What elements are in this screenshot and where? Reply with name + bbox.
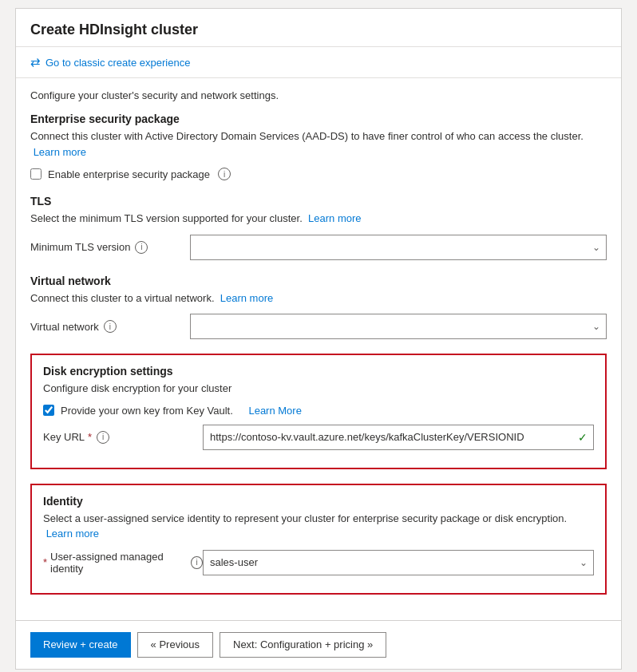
disk-encryption-description: Configure disk encryption for your clust…: [43, 381, 594, 397]
key-url-info-icon[interactable]: i: [97, 431, 109, 444]
key-url-input-wrapper: ✓: [203, 425, 594, 450]
enterprise-security-checkbox-row: Enable enterprise security package i: [30, 168, 607, 180]
tls-field-label: Minimum TLS version i: [30, 241, 190, 254]
identity-title: Identity: [43, 495, 594, 508]
key-url-valid-icon: ✓: [578, 431, 588, 444]
disk-encryption-checkbox-row: Provide your own key from Key Vault. Lea…: [43, 405, 594, 417]
identity-required-star: *: [43, 556, 47, 568]
disk-encryption-section: Disk encryption settings Configure disk …: [30, 354, 607, 469]
virtual-network-section: Virtual network Connect this cluster to …: [30, 275, 607, 340]
key-url-input[interactable]: [203, 425, 594, 450]
panel-header: Create HDInsight cluster: [16, 9, 621, 47]
intro-text: Configure your cluster's security and ne…: [30, 89, 607, 101]
classic-experience-link[interactable]: Go to classic create experience: [46, 57, 190, 69]
identity-description: Select a user-assigned service identity …: [43, 511, 594, 542]
identity-field-label: * User-assigned managed identity i: [43, 551, 203, 575]
enterprise-security-section: Enterprise security package Connect this…: [30, 113, 607, 180]
enterprise-security-info-icon[interactable]: i: [218, 168, 231, 180]
disk-encryption-key-url-label: Key URL * i: [43, 431, 203, 444]
enterprise-security-checkbox[interactable]: [30, 168, 42, 180]
enterprise-security-description: Connect this cluster with Active Directo…: [30, 128, 607, 160]
tls-dropdown-wrapper: 1.0 1.1 1.2 ⌄: [190, 235, 607, 260]
disk-encryption-learn-more-link[interactable]: Learn More: [248, 405, 301, 417]
virtual-network-field-label: Virtual network i: [30, 320, 190, 333]
refresh-arrows-icon: ⇄: [30, 55, 41, 69]
virtual-network-info-icon[interactable]: i: [104, 320, 117, 333]
virtual-network-form-row: Virtual network i ⌄: [30, 314, 607, 339]
disk-encryption-checkbox-label: Provide your own key from Key Vault.: [61, 405, 233, 417]
tls-learn-more-link[interactable]: Learn more: [308, 212, 361, 224]
identity-managed-identity-dropdown[interactable]: sales-user: [203, 550, 594, 575]
disk-encryption-checkbox[interactable]: [43, 405, 54, 416]
identity-learn-more-link[interactable]: Learn more: [46, 528, 99, 540]
enterprise-security-title: Enterprise security package: [30, 113, 607, 125]
main-panel: Create HDInsight cluster ⇄ Go to classic…: [15, 8, 622, 670]
panel-footer: Review + create « Previous Next: Configu…: [16, 620, 621, 669]
virtual-network-dropdown[interactable]: [190, 314, 607, 339]
review-create-button[interactable]: Review + create: [30, 632, 131, 658]
enterprise-learn-more-link[interactable]: Learn more: [34, 146, 86, 158]
virtual-network-learn-more-link[interactable]: Learn more: [220, 292, 273, 304]
tls-form-row: Minimum TLS version i 1.0 1.1 1.2 ⌄: [30, 235, 607, 260]
disk-encryption-key-url-row: Key URL * i ✓: [43, 425, 594, 450]
tls-version-dropdown[interactable]: 1.0 1.1 1.2: [190, 235, 607, 260]
tls-title: TLS: [30, 195, 607, 208]
page-title: Create HDInsight cluster: [30, 22, 607, 38]
key-url-required-star: *: [88, 431, 92, 443]
virtual-network-title: Virtual network: [30, 275, 607, 287]
panel-body: Configure your cluster's security and ne…: [16, 78, 621, 620]
enterprise-security-checkbox-label: Enable enterprise security package: [48, 168, 210, 180]
virtual-network-description: Connect this cluster to a virtual networ…: [30, 291, 607, 306]
identity-dropdown-wrapper: sales-user ⌄: [203, 550, 594, 575]
classic-link-row: ⇄ Go to classic create experience: [16, 47, 621, 78]
tls-info-icon[interactable]: i: [135, 241, 148, 254]
next-button[interactable]: Next: Configuration + pricing »: [220, 632, 386, 658]
identity-section: Identity Select a user-assigned service …: [30, 484, 607, 595]
disk-encryption-title: Disk encryption settings: [43, 365, 594, 378]
identity-info-icon[interactable]: i: [191, 556, 203, 569]
previous-button[interactable]: « Previous: [137, 632, 213, 658]
virtual-network-dropdown-wrapper: ⌄: [190, 314, 607, 339]
identity-form-row: * User-assigned managed identity i sales…: [43, 550, 594, 575]
tls-section: TLS Select the minimum TLS version suppo…: [30, 195, 607, 260]
tls-description: Select the minimum TLS version supported…: [30, 211, 607, 227]
